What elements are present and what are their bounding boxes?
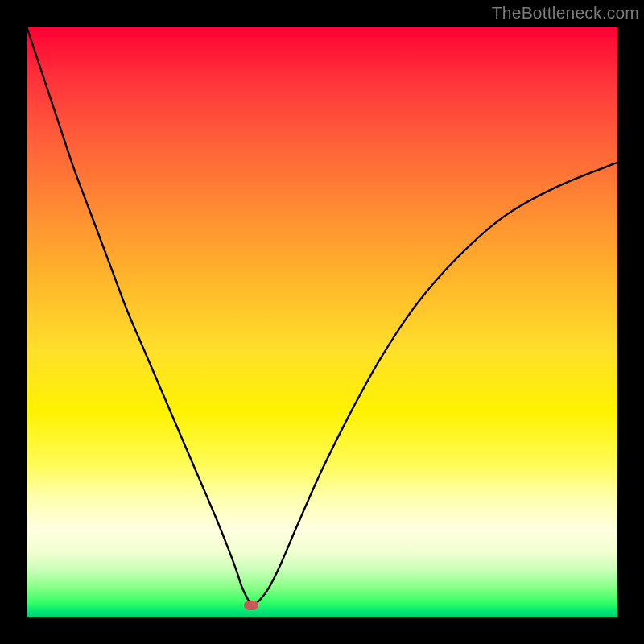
watermark-text: TheBottleneck.com: [492, 3, 639, 23]
plot-area: [27, 27, 617, 617]
bottleneck-curve: [27, 27, 617, 617]
chart-frame: TheBottleneck.com: [0, 0, 644, 644]
minimum-marker: [244, 601, 258, 610]
